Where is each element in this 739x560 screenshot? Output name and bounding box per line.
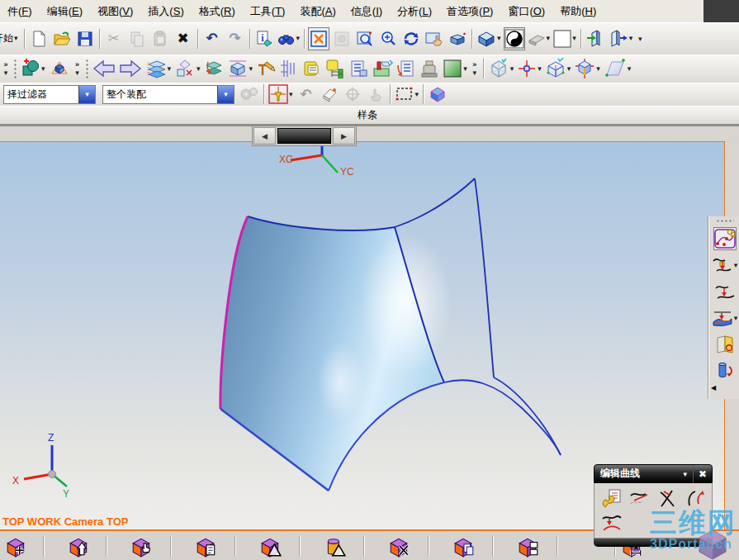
- rendering-style-icon[interactable]: [504, 27, 525, 50]
- paste-icon[interactable]: [149, 27, 171, 50]
- open-file-icon[interactable]: [51, 27, 73, 50]
- export-part-icon[interactable]: ▾: [608, 27, 634, 50]
- selection-scope-combo[interactable]: 整个装配 ▾: [102, 85, 234, 104]
- replace-component-icon[interactable]: [195, 535, 218, 558]
- move-component-icon[interactable]: [5, 535, 28, 558]
- isometric-view-icon[interactable]: [48, 57, 71, 80]
- assembly-tree-icon[interactable]: [324, 57, 346, 80]
- component-states-icon[interactable]: [517, 535, 540, 558]
- trim-curve-icon[interactable]: [627, 486, 653, 510]
- part-navigator-icon[interactable]: [348, 57, 369, 80]
- redo-icon[interactable]: ↷: [225, 27, 246, 50]
- undo-icon[interactable]: ↶: [201, 27, 223, 50]
- scroll-thumb[interactable]: [277, 128, 331, 144]
- panel-grip[interactable]: [716, 219, 734, 224]
- align-distribute-icon[interactable]: [278, 57, 300, 80]
- menu-item-analysis[interactable]: 分析(L): [390, 0, 439, 22]
- clip-section-icon[interactable]: ▾: [527, 27, 552, 50]
- chevron-down-icon[interactable]: ▾: [217, 86, 234, 103]
- zoom-in-out-icon[interactable]: [377, 27, 399, 50]
- menu-item-tools[interactable]: 工具(T): [243, 0, 293, 22]
- palette-bottom-bar[interactable]: [594, 539, 713, 547]
- start-menu-button[interactable]: 开始▾: [0, 31, 21, 45]
- zoom-box-icon[interactable]: [354, 27, 376, 50]
- copy-component-icon[interactable]: [452, 535, 476, 558]
- panel-collapse-arrow[interactable]: ◀: [711, 385, 716, 392]
- save-icon[interactable]: [74, 27, 96, 50]
- point-constructor-icon[interactable]: ▾: [516, 57, 542, 80]
- show-hide-icon[interactable]: ▾: [173, 57, 201, 80]
- tool-pump-icon[interactable]: [419, 57, 440, 80]
- delete-component-icon[interactable]: [388, 535, 411, 558]
- palette-title-bar[interactable]: 编辑曲线 ▾ ✖: [594, 464, 713, 483]
- toolbar-overflow[interactable]: ▾: [634, 35, 646, 43]
- wcs-triad[interactable]: XC YC: [279, 143, 354, 178]
- annotation-text-icon[interactable]: [255, 57, 277, 80]
- menu-item-help[interactable]: 帮助(H): [552, 0, 604, 22]
- selection-filter-combo[interactable]: 择过滤器 ▾: [3, 85, 96, 104]
- sweep-surface-icon[interactable]: ▾: [711, 306, 739, 330]
- gears-icon[interactable]: [239, 83, 260, 106]
- csys-constructor-icon[interactable]: ▾: [544, 57, 572, 80]
- edit-curve-length-icon[interactable]: [599, 510, 625, 535]
- information-icon[interactable]: i: [253, 27, 275, 50]
- menu-item-information[interactable]: 信息(I): [343, 0, 390, 22]
- select-component-icon[interactable]: [130, 535, 154, 558]
- operation-list-icon[interactable]: [396, 57, 417, 80]
- bridge-curve-icon[interactable]: ▾: [711, 254, 739, 277]
- fit-view-icon[interactable]: [308, 27, 329, 50]
- assembly-navigator-icon[interactable]: [301, 57, 323, 80]
- zoom-to-selection-icon[interactable]: [331, 27, 353, 50]
- export-displayed-part-icon[interactable]: [585, 27, 606, 50]
- wireframe-cube-icon[interactable]: ▾: [487, 57, 515, 80]
- menu-item-preferences[interactable]: 首选项(P): [439, 0, 500, 22]
- reposition-component-icon[interactable]: [68, 535, 91, 558]
- snap-point-filter-icon[interactable]: ▾: [268, 83, 294, 106]
- scroll-right-button[interactable]: ▶: [333, 127, 355, 145]
- menu-item-file[interactable]: 件(F): [0, 0, 40, 22]
- rectangle-select-icon[interactable]: ▾: [394, 83, 420, 106]
- datum-plane-icon[interactable]: ▾: [603, 57, 632, 80]
- view-overflow[interactable]: »▾: [72, 60, 83, 77]
- menu-item-assemblies[interactable]: 装配(A): [292, 0, 343, 22]
- copy-icon[interactable]: [126, 27, 148, 50]
- menu-item-format[interactable]: 格式(R): [192, 0, 243, 22]
- menu-item-view[interactable]: 视图(V): [90, 0, 140, 22]
- studio-spline-icon[interactable]: [713, 227, 737, 250]
- layer-settings-icon[interactable]: 123▾: [144, 57, 173, 80]
- menu-item-window[interactable]: 窗口(O): [500, 0, 552, 22]
- toolbar-overflow-left[interactable]: »▾: [0, 60, 12, 77]
- snap-target-icon[interactable]: [342, 83, 363, 106]
- menu-item-edit[interactable]: 编辑(E): [40, 0, 90, 22]
- machining-navigator-icon[interactable]: [371, 57, 394, 80]
- grab-hand-icon[interactable]: [365, 83, 386, 106]
- scroll-left-button[interactable]: ◀: [253, 127, 276, 145]
- back-navigation-icon[interactable]: [92, 57, 116, 80]
- visible-in-view-icon[interactable]: ▾: [226, 57, 254, 80]
- delete-icon[interactable]: ✖: [173, 27, 194, 50]
- chevron-down-icon[interactable]: ▾: [78, 86, 95, 103]
- move-to-layer-icon[interactable]: [203, 57, 225, 80]
- cylinder-constraint-icon[interactable]: [324, 535, 347, 558]
- find-icon[interactable]: ▾: [277, 27, 301, 50]
- trim-corner-icon[interactable]: [655, 486, 681, 510]
- rotate-view-icon[interactable]: [400, 27, 422, 50]
- divide-curve-icon[interactable]: [683, 486, 709, 510]
- deselect-icon[interactable]: ↶: [296, 83, 317, 106]
- eraser-icon[interactable]: [319, 83, 340, 106]
- palette-close-icon[interactable]: ✖: [693, 465, 712, 482]
- datum-axis-icon[interactable]: ▾: [573, 57, 601, 80]
- cut-icon[interactable]: ✂: [103, 27, 125, 50]
- offset-sheet-icon[interactable]: [713, 333, 737, 356]
- new-file-icon[interactable]: [28, 27, 50, 50]
- pan-view-icon[interactable]: [424, 27, 445, 50]
- background-color-icon[interactable]: ▾: [552, 27, 577, 50]
- mate-constraint-icon[interactable]: [259, 535, 282, 558]
- utility-overflow[interactable]: »▾: [469, 60, 481, 77]
- forward-navigation-icon[interactable]: [118, 57, 143, 80]
- boolean-unite-icon[interactable]: ▾: [20, 57, 46, 80]
- menu-item-insert[interactable]: 插入(S): [140, 0, 191, 22]
- palette-menu-icon[interactable]: ▾: [677, 470, 693, 478]
- solid-body-filter-icon[interactable]: [427, 83, 448, 106]
- thicken-icon[interactable]: [713, 359, 737, 382]
